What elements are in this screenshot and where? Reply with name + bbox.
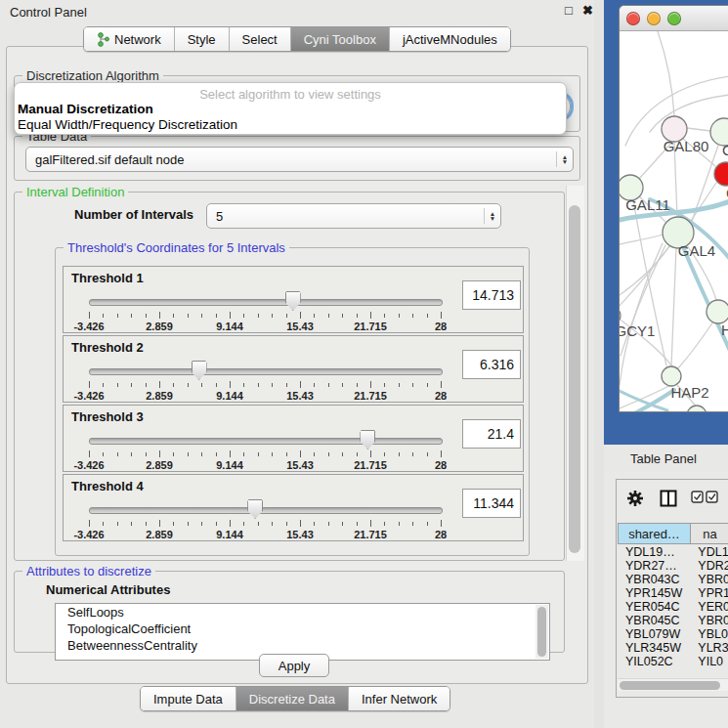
tab-select[interactable]: Select <box>229 27 290 51</box>
network-icon <box>97 32 109 47</box>
table-cell[interactable]: YDR2 <box>690 559 728 573</box>
scrollbar-thumb[interactable] <box>569 205 580 553</box>
tab-discretize-data[interactable]: Discretize Data <box>236 687 348 710</box>
table-data-combobox[interactable]: galFiltered.sif default node ▲▼ <box>25 147 574 172</box>
threshold-value-field[interactable] <box>462 419 521 449</box>
table-cell[interactable]: YER0 <box>690 600 728 614</box>
network-canvas[interactable]: GAL80GACGAL11GAL4GCY1HHAP2 <box>620 31 728 412</box>
float-window-icon[interactable]: □ <box>565 3 573 18</box>
select-columns-checkboxes-icon[interactable] <box>691 490 720 504</box>
table-row[interactable]: YDL19…YDL1 <box>618 545 728 559</box>
slider-track[interactable] <box>89 299 443 306</box>
network-edge[interactable] <box>621 245 665 356</box>
network-window-titlebar[interactable] <box>620 6 728 31</box>
table-cell[interactable]: YBR0 <box>690 573 728 586</box>
slider-thumb[interactable] <box>192 361 207 380</box>
attribute-list-item[interactable]: TopologicalCoefficient <box>56 621 549 637</box>
table-cell[interactable]: YBL079W <box>618 627 690 641</box>
slider-tick <box>173 452 174 456</box>
slider-tick <box>258 452 259 456</box>
threshold-value-field[interactable] <box>462 280 521 310</box>
control-panel-titlebar[interactable]: Control Panel □ ✖ <box>0 0 594 23</box>
table-cell[interactable]: YIL052C <box>618 655 690 668</box>
network-node-hap2[interactable] <box>662 366 681 386</box>
slider-tick <box>173 314 174 318</box>
threshold-slider[interactable]: -3.4262.8599.14415.4321.71528 <box>89 360 441 401</box>
table-row[interactable]: YBR045CYBR0 <box>618 614 728 627</box>
table-cell[interactable]: YPR1 <box>690 586 728 600</box>
list-scrollbar[interactable] <box>535 605 548 659</box>
threshold-value-field[interactable] <box>462 350 521 379</box>
slider-tick-label: 2.859 <box>146 390 173 402</box>
algorithm-option-equal-width[interactable]: Equal Width/Frequency Discretization <box>18 117 237 132</box>
num-intervals-label: Number of Intervals <box>74 207 193 222</box>
slider-tick <box>89 381 90 388</box>
threshold-slider[interactable]: -3.4262.8599.14415.4321.71528 <box>89 429 441 470</box>
table-cell[interactable]: YBR043C <box>618 573 690 586</box>
slider-track[interactable] <box>89 368 443 375</box>
table-row[interactable]: YDR27…YDR2 <box>618 559 728 573</box>
slider-thumb[interactable] <box>247 499 263 519</box>
apply-button[interactable]: Apply <box>259 654 329 677</box>
table-cell[interactable]: YLR3 <box>690 641 728 655</box>
column-header-name[interactable]: na <box>691 523 728 544</box>
table-cell[interactable]: YLR345W <box>618 641 690 655</box>
panel-vertical-scrollbar[interactable] <box>566 186 584 561</box>
slider-thumb[interactable] <box>360 430 375 450</box>
table-cell[interactable]: YBR0 <box>690 614 728 627</box>
table-horizontal-scrollbar[interactable] <box>618 678 728 691</box>
table-row[interactable]: YBL079WYBL0 <box>618 627 728 641</box>
slider-track[interactable] <box>89 438 443 445</box>
threshold-slider[interactable]: -3.4262.8599.14415.4321.71528 <box>89 498 441 539</box>
scrollbar-thumb[interactable] <box>620 681 720 690</box>
table-row[interactable]: YIL052CYIL0 <box>618 655 728 668</box>
split-columns-icon[interactable] <box>660 490 677 507</box>
tab-label: jActiveMNodules <box>403 32 497 47</box>
table-cell[interactable]: YBL0 <box>690 627 728 641</box>
table-cell[interactable]: YIL0 <box>690 655 728 668</box>
tab-style[interactable]: Style <box>174 27 229 51</box>
network-edge[interactable] <box>633 200 666 365</box>
slider-thumb[interactable] <box>285 291 301 311</box>
scrollbar-thumb[interactable] <box>537 607 546 657</box>
gear-icon[interactable] <box>626 490 644 507</box>
tab-jactivemnodules[interactable]: jActiveMNodules <box>389 27 510 51</box>
network-edge[interactable] <box>658 31 674 116</box>
table-cell[interactable]: YDL19… <box>618 545 690 559</box>
algorithm-option-manual[interactable]: Manual Discretization <box>18 102 153 116</box>
table-row[interactable]: YER054CYER0 <box>618 600 728 614</box>
tab-cyni-toolbox[interactable]: Cyni Toolbox <box>290 27 389 51</box>
tab-impute-data[interactable]: Impute Data <box>141 687 236 710</box>
network-node-h[interactable] <box>707 300 728 323</box>
network-edge[interactable] <box>677 321 713 369</box>
tab-infer-network[interactable]: Infer Network <box>348 687 450 710</box>
minimize-traffic-light[interactable] <box>647 12 661 25</box>
table-row[interactable]: YBR043CYBR0 <box>618 573 728 586</box>
slider-tick <box>216 314 217 318</box>
numerical-attributes-list[interactable]: SelfLoopsTopologicalCoefficientBetweenne… <box>55 603 550 661</box>
close-traffic-light[interactable] <box>626 12 640 25</box>
table-cell[interactable]: YER054C <box>618 600 690 614</box>
slider-track[interactable] <box>89 507 443 514</box>
tab-network[interactable]: Network <box>84 27 174 51</box>
table-cell[interactable]: YDR27… <box>618 559 690 573</box>
attribute-list-item[interactable]: SelfLoops <box>56 604 549 621</box>
network-node[interactable] <box>687 406 707 412</box>
threshold-slider[interactable]: -3.4262.8599.14415.4321.71528 <box>89 290 441 331</box>
table-cell[interactable]: YDL1 <box>690 545 728 559</box>
threshold-value-field[interactable] <box>462 489 521 518</box>
zoom-traffic-light[interactable] <box>667 12 681 25</box>
slider-tick-label: 9.144 <box>216 390 243 402</box>
table-cell[interactable]: YPR145W <box>618 586 690 600</box>
column-header-shared-name[interactable]: shared… <box>618 523 691 544</box>
table-panel-titlebar[interactable]: Table Panel <box>604 445 728 473</box>
table-row[interactable]: YLR345WYLR3 <box>618 641 728 655</box>
network-edge[interactable] <box>687 128 710 131</box>
table-row[interactable]: YPR145WYPR1 <box>618 586 728 600</box>
num-intervals-combobox[interactable]: 5 ▲▼ <box>206 203 501 229</box>
table-cell[interactable]: YBR045C <box>618 614 690 627</box>
close-window-icon[interactable]: ✖ <box>582 3 593 18</box>
slider-scale <box>89 450 441 458</box>
attribute-list-item[interactable]: BetweennessCentrality <box>56 637 549 654</box>
network-edge[interactable] <box>671 248 676 366</box>
